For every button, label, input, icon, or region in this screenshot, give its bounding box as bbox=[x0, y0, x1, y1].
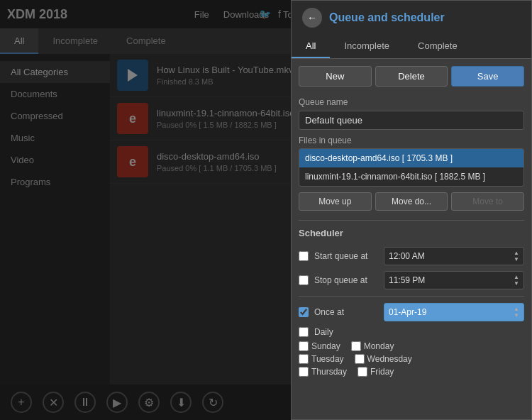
sunday-checkbox[interactable] bbox=[299, 341, 309, 351]
monday-checkbox[interactable] bbox=[351, 341, 361, 351]
stop-queue-label: Stop queue at bbox=[314, 275, 378, 285]
monday-label: Monday bbox=[364, 341, 394, 351]
dialog-header: ← Queue and scheduler bbox=[292, 1, 531, 35]
dialog-tab-all[interactable]: All bbox=[292, 35, 330, 58]
day-item-wednesday: Wednesday bbox=[355, 354, 412, 364]
once-at-date[interactable]: 01-Apr-19 ▲▼ bbox=[384, 303, 524, 321]
dialog-tab-incomplete[interactable]: Incomplete bbox=[330, 35, 404, 58]
start-queue-checkbox[interactable] bbox=[299, 251, 309, 261]
day-item-thursday: Thursday bbox=[299, 367, 347, 377]
move-up-button[interactable]: Move up bbox=[299, 192, 372, 211]
tuesday-checkbox[interactable] bbox=[299, 354, 309, 364]
sunday-label: Sunday bbox=[311, 341, 340, 351]
queue-name-label: Queue name bbox=[292, 94, 531, 109]
move-down-button[interactable]: Move do... bbox=[375, 192, 448, 211]
time-arrows: ▲▼ bbox=[514, 274, 519, 287]
once-at-row: Once at 01-Apr-19 ▲▼ bbox=[292, 300, 531, 324]
file-item[interactable]: disco-desktop-amd64.iso [ 1705.3 MB ] bbox=[299, 149, 523, 167]
dialog-tab-complete[interactable]: Complete bbox=[404, 35, 472, 58]
thursday-label: Thursday bbox=[311, 367, 347, 377]
move-buttons: Move up Move do... Move to bbox=[292, 187, 531, 216]
friday-label: Friday bbox=[370, 367, 394, 377]
start-queue-row: Start queue at 12:00 AM ▲▼ bbox=[292, 244, 531, 268]
new-queue-button[interactable]: New bbox=[299, 66, 372, 87]
divider bbox=[299, 220, 524, 221]
days-row-3: Thursday Friday bbox=[292, 365, 531, 378]
file-item[interactable]: linuxmint-19.1-cinnamon-64bit.iso [ 1882… bbox=[299, 167, 523, 186]
dialog-title: Queue and scheduler bbox=[329, 11, 445, 24]
start-queue-label: Start queue at bbox=[314, 251, 378, 261]
stop-queue-time[interactable]: 11:59 PM ▲▼ bbox=[384, 271, 524, 289]
daily-checkbox[interactable] bbox=[299, 327, 309, 337]
time-arrows: ▲▼ bbox=[514, 250, 519, 262]
file-list: disco-desktop-amd64.iso [ 1705.3 MB ] li… bbox=[299, 148, 524, 187]
dialog-overlay: ← Queue and scheduler All Incomplete Com… bbox=[0, 0, 532, 420]
friday-checkbox[interactable] bbox=[358, 367, 367, 377]
days-row-1: Sunday Monday bbox=[292, 340, 531, 353]
delete-queue-button[interactable]: Delete bbox=[375, 66, 448, 87]
dialog-tabs: All Incomplete Complete bbox=[292, 35, 531, 59]
once-at-checkbox[interactable] bbox=[299, 307, 309, 317]
divider bbox=[299, 296, 524, 297]
daily-row: Daily bbox=[292, 324, 531, 340]
thursday-checkbox[interactable] bbox=[299, 367, 309, 377]
back-button[interactable]: ← bbox=[302, 8, 322, 28]
scheduler-label: Scheduler bbox=[292, 224, 531, 244]
stop-queue-row: Stop queue at 11:59 PM ▲▼ bbox=[292, 268, 531, 292]
queue-scheduler-dialog: ← Queue and scheduler All Incomplete Com… bbox=[291, 0, 532, 420]
queue-buttons: New Delete Save bbox=[292, 59, 531, 94]
queue-name-input[interactable] bbox=[299, 111, 524, 130]
stop-queue-checkbox[interactable] bbox=[299, 275, 309, 285]
days-row-2: Tuesday Wednesday bbox=[292, 353, 531, 365]
start-queue-time[interactable]: 12:00 AM ▲▼ bbox=[384, 247, 524, 265]
day-item-friday: Friday bbox=[358, 367, 394, 377]
files-in-queue-label: Files in queue bbox=[299, 136, 524, 145]
date-arrows: ▲▼ bbox=[514, 306, 519, 319]
once-at-label: Once at bbox=[314, 307, 378, 317]
daily-label: Daily bbox=[314, 327, 378, 337]
day-item-sunday: Sunday bbox=[299, 341, 340, 351]
move-to-button[interactable]: Move to bbox=[451, 192, 524, 211]
app-window: XDM 2018 File Downloads Tools Help 🐦 f —… bbox=[0, 0, 532, 420]
files-section: Files in queue disco-desktop-amd64.iso [… bbox=[292, 132, 531, 187]
day-item-tuesday: Tuesday bbox=[299, 354, 344, 364]
day-item-monday: Monday bbox=[351, 341, 394, 351]
save-queue-button[interactable]: Save bbox=[451, 66, 524, 87]
tuesday-label: Tuesday bbox=[311, 354, 344, 364]
wednesday-checkbox[interactable] bbox=[355, 354, 365, 364]
wednesday-label: Wednesday bbox=[367, 354, 412, 364]
